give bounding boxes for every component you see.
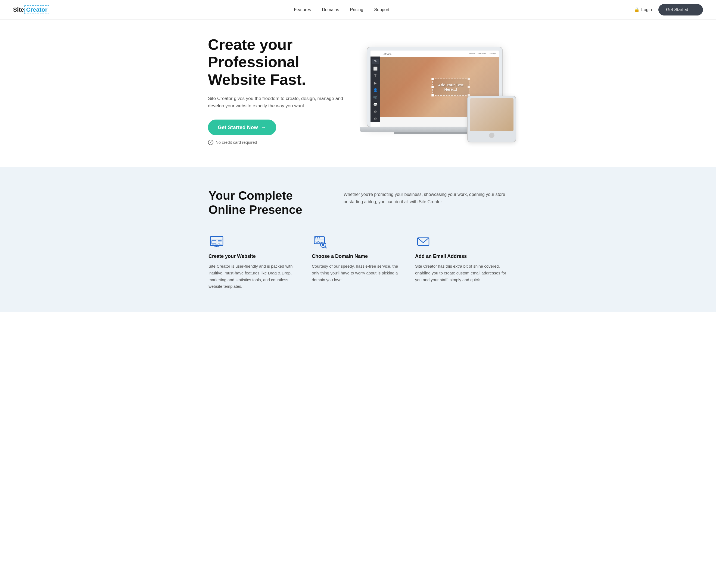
header: Site Creator Features Domains Pricing Su… bbox=[0, 0, 716, 20]
preview-gallery-link: Gallery bbox=[489, 52, 495, 55]
hero-cta-label: Get Started Now bbox=[218, 124, 258, 130]
check-icon: ✓ bbox=[208, 140, 213, 145]
sidebar-puzzle-icon[interactable]: ⚙ bbox=[372, 109, 379, 114]
features-section: Your Complete Online Presence Whether yo… bbox=[0, 167, 716, 312]
nav-pricing[interactable]: Pricing bbox=[350, 7, 363, 12]
sidebar-image-icon[interactable]: ⬜ bbox=[372, 66, 379, 71]
main-nav: Features Domains Pricing Support bbox=[294, 7, 389, 12]
laptop-foot bbox=[394, 132, 475, 134]
feature-email-title: Add an Email Address bbox=[415, 253, 508, 259]
feature-domain-title: Choose a Domain Name bbox=[312, 253, 404, 259]
no-cc-label: No credit card required bbox=[216, 140, 257, 145]
hero-section: Create your Professional Website Fast. S… bbox=[0, 20, 716, 167]
hero-illustration: ✎ ⬜ T ▶ 👤 🛒 💬 ⚙ ⚙ bbox=[367, 47, 508, 134]
hero-left: Create your Professional Website Fast. S… bbox=[208, 36, 349, 145]
arrow-icon: → bbox=[691, 7, 695, 12]
preview-navbar: bloom. Home Services Gallery bbox=[380, 50, 499, 57]
svg-point-14 bbox=[315, 237, 316, 238]
svg-text:www.: www. bbox=[315, 240, 322, 243]
nav-domains[interactable]: Domains bbox=[322, 7, 339, 12]
tablet-content bbox=[470, 98, 513, 131]
tablet-home-button bbox=[489, 132, 494, 138]
sidebar-edit-icon[interactable]: ✎ bbox=[372, 59, 379, 64]
preview-home-link: Home bbox=[469, 52, 475, 55]
domain-icon: www. bbox=[313, 234, 327, 249]
feature-website-desc: Site Creator is user-friendly and is pac… bbox=[208, 263, 301, 290]
preview-services-link: Services bbox=[477, 52, 486, 55]
hero-arrow-icon: → bbox=[261, 124, 266, 130]
sidebar-chat-icon[interactable]: 💬 bbox=[372, 102, 379, 107]
sidebar-cart-icon[interactable]: 🛒 bbox=[372, 94, 379, 100]
lock-icon: 🔒 bbox=[634, 7, 640, 12]
features-container: Your Complete Online Presence Whether yo… bbox=[208, 189, 508, 290]
logo[interactable]: Site Creator bbox=[13, 5, 49, 14]
sidebar-video-icon[interactable]: ▶ bbox=[372, 80, 379, 86]
tablet-screen bbox=[470, 98, 513, 131]
svg-point-19 bbox=[322, 244, 324, 246]
svg-point-16 bbox=[319, 237, 320, 238]
feature-domain-desc: Courtesy of our speedy, hassle-free serv… bbox=[312, 263, 404, 283]
feature-card-domain: www. Choose a Domain Name Courtesy of ou… bbox=[312, 233, 404, 290]
website-icon-wrap bbox=[208, 233, 225, 250]
email-icon-wrap bbox=[415, 233, 431, 250]
email-icon bbox=[416, 234, 430, 249]
nav-features[interactable]: Features bbox=[294, 7, 311, 12]
feature-card-website: Create your Website Site Creator is user… bbox=[208, 233, 301, 290]
svg-point-15 bbox=[317, 237, 318, 238]
no-credit-card: ✓ No credit card required bbox=[208, 140, 349, 145]
sidebar-text-icon[interactable]: T bbox=[372, 73, 379, 79]
feature-website-title: Create your Website bbox=[208, 253, 301, 259]
editor-sidebar: ✎ ⬜ T ▶ 👤 🛒 💬 ⚙ ⚙ bbox=[370, 57, 380, 122]
header-actions: 🔒 Login Get Started → bbox=[634, 4, 703, 16]
features-section-title: Your Complete Online Presence bbox=[208, 189, 322, 217]
features-top: Your Complete Online Presence Whether yo… bbox=[208, 189, 508, 217]
logo-creator: Creator bbox=[24, 5, 49, 14]
login-link[interactable]: 🔒 Login bbox=[634, 7, 652, 12]
domain-icon-wrap: www. bbox=[312, 233, 328, 250]
hero-subtitle: Site Creator gives you the freedom to cr… bbox=[208, 95, 349, 109]
hero-title: Create your Professional Website Fast. bbox=[208, 36, 349, 88]
nav-get-started-button[interactable]: Get Started → bbox=[658, 4, 703, 16]
tablet-mockup bbox=[467, 96, 516, 142]
preview-logo: bloom. bbox=[384, 52, 392, 56]
sidebar-settings-icon[interactable]: ⚙ bbox=[372, 116, 379, 122]
svg-rect-2 bbox=[212, 240, 216, 244]
nav-get-started-label: Get Started bbox=[666, 7, 688, 12]
feature-card-email: Add an Email Address Site Creator has th… bbox=[415, 233, 508, 290]
svg-line-20 bbox=[325, 247, 326, 248]
sidebar-user-icon[interactable]: 👤 bbox=[372, 87, 379, 93]
login-label: Login bbox=[641, 7, 652, 12]
preview-nav-links: Home Services Gallery bbox=[469, 52, 495, 55]
nav-support[interactable]: Support bbox=[374, 7, 389, 12]
svg-rect-0 bbox=[210, 236, 223, 246]
logo-site: Site bbox=[13, 6, 24, 13]
feature-email-desc: Site Creator has this extra bit of shine… bbox=[415, 263, 508, 283]
hero-cta-button[interactable]: Get Started Now → bbox=[208, 120, 276, 135]
website-icon bbox=[209, 234, 224, 249]
features-section-desc: Whether you're promoting your business, … bbox=[344, 189, 508, 205]
features-cards: Create your Website Site Creator is user… bbox=[208, 233, 508, 290]
